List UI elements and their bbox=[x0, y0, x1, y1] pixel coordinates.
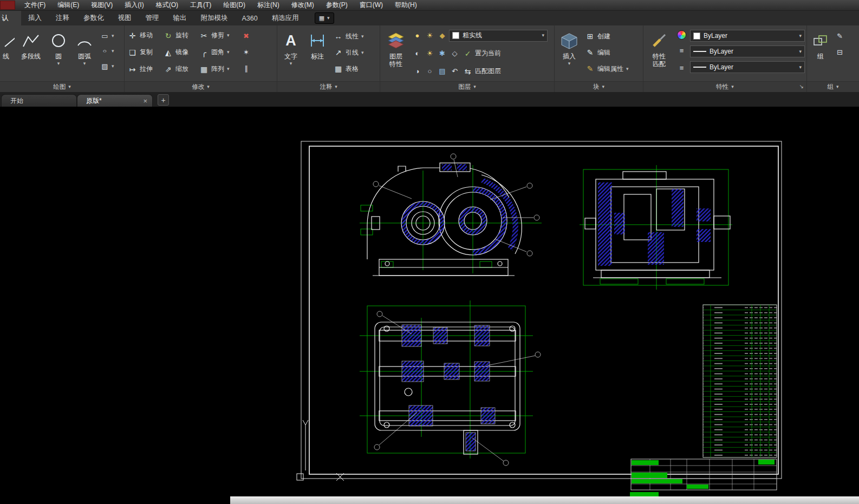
layer-lock-button[interactable]: ◆ bbox=[437, 29, 448, 42]
close-tab-icon[interactable]: × bbox=[143, 97, 147, 105]
ribbon-display-toggle-button[interactable]: ▦▾ bbox=[315, 12, 334, 24]
linetype-dropdown[interactable]: ByLayer ▾ bbox=[690, 61, 805, 73]
app-logo-icon[interactable] bbox=[0, 1, 15, 10]
move-tool-button[interactable]: ✛移动 bbox=[126, 28, 160, 44]
offset-tool-button[interactable]: ∥ bbox=[240, 62, 252, 75]
edit-block-button[interactable]: ✎编辑 bbox=[584, 44, 630, 61]
ribbon-tab-parametric[interactable]: 参数化 bbox=[76, 11, 111, 25]
ribbon-tab-manage[interactable]: 管理 bbox=[139, 11, 166, 25]
trim-tool-button[interactable]: ✂修剪▾ bbox=[198, 28, 239, 44]
ribbon-tab-view[interactable]: 视图 bbox=[111, 11, 139, 25]
command-window-edge[interactable] bbox=[230, 496, 859, 504]
menu-modify[interactable]: 修改(M) bbox=[285, 0, 320, 10]
rotate-tool-button[interactable]: ↻旋转 bbox=[162, 28, 196, 44]
arc-tool-button[interactable]: 圆弧 ▾ bbox=[71, 27, 97, 80]
linetype-list-icon[interactable]: ≡ bbox=[676, 44, 687, 57]
tab-document[interactable]: 原版* × bbox=[77, 94, 153, 107]
panel-footer-block[interactable]: 块▾ bbox=[555, 81, 643, 92]
menu-draw[interactable]: 绘图(D) bbox=[217, 0, 251, 10]
ribbon-tab-annotate[interactable]: 注释 bbox=[49, 11, 76, 25]
edit-attributes-button[interactable]: ✎编辑属性▾ bbox=[584, 61, 630, 77]
explode-tool-button[interactable]: ✶ bbox=[240, 45, 252, 58]
object-color-dropdown[interactable]: ByLayer ▾ bbox=[690, 30, 805, 42]
ellipse-tool-button[interactable]: ○▾ bbox=[99, 44, 114, 57]
move-icon: ✛ bbox=[128, 32, 137, 40]
layer-unisolate-button[interactable]: ◑ bbox=[412, 65, 423, 78]
layer-off-button[interactable]: ● bbox=[412, 29, 423, 42]
array-tool-button[interactable]: ▦阵列▾ bbox=[198, 61, 239, 77]
layer-on-button[interactable]: ☀ bbox=[424, 47, 435, 60]
create-block-button[interactable]: ⊞创建 bbox=[584, 28, 630, 44]
panel-footer-properties[interactable]: 特性▾ ↘ bbox=[643, 81, 806, 92]
menu-window[interactable]: 窗口(W) bbox=[354, 0, 389, 10]
menu-tools[interactable]: 工具(T) bbox=[184, 0, 217, 10]
ribbon-tab-insert[interactable]: 插入 bbox=[21, 11, 49, 25]
match-properties-button[interactable]: 特性匹配 bbox=[645, 27, 673, 80]
line-tool-button[interactable]: 线 bbox=[2, 27, 15, 80]
drawing-canvas[interactable] bbox=[0, 107, 859, 504]
ribbon-tab-featured-apps[interactable]: 精选应用 bbox=[265, 11, 306, 25]
panel-footer-layers[interactable]: 图层▾ bbox=[380, 81, 554, 92]
layer-thaw-button[interactable]: ○ bbox=[424, 65, 435, 78]
table-button[interactable]: ▦表格 bbox=[332, 61, 366, 77]
layer-unlock-button[interactable]: ◇ bbox=[449, 47, 460, 60]
fillet-tool-button[interactable]: ╭圆角▾ bbox=[198, 44, 239, 61]
dimension-tool-button[interactable]: 标注 bbox=[304, 27, 330, 80]
layer-prev-button[interactable]: ↶ bbox=[449, 65, 460, 78]
polyline-tool-button[interactable]: 多段线 bbox=[16, 27, 45, 80]
match-layer-button[interactable]: ⇆ 匹配图层 bbox=[461, 63, 503, 80]
new-tab-button[interactable]: + bbox=[158, 94, 169, 106]
panel-block: 插入 ▾ ⊞创建 ✎编辑 ✎编辑属性▾ 块▾ bbox=[555, 25, 643, 92]
linear-dimension-button[interactable]: ↔线性▾ bbox=[332, 28, 366, 44]
panel-footer-annotate[interactable]: 注释▾ bbox=[277, 81, 380, 92]
menu-insert[interactable]: 插入(I) bbox=[119, 0, 149, 10]
menu-format[interactable]: 格式(O) bbox=[150, 0, 184, 10]
group-button[interactable]: 组 bbox=[809, 27, 832, 80]
circle-tool-button[interactable]: 圆 ▾ bbox=[47, 27, 70, 80]
layer-walk-button[interactable]: ▤ bbox=[437, 65, 448, 78]
copy-tool-button[interactable]: ❏复制 bbox=[126, 44, 160, 61]
ribbon-tab-addins[interactable]: 附加模块 bbox=[194, 11, 235, 25]
lineweight-swatch bbox=[693, 51, 706, 52]
panel-footer-modify[interactable]: 修改▾ bbox=[125, 81, 277, 92]
layer-isolate-button[interactable]: ◐ bbox=[412, 47, 423, 60]
menu-file[interactable]: 文件(F) bbox=[18, 0, 51, 10]
lineweight-dropdown[interactable]: ByLayer ▾ bbox=[690, 45, 805, 57]
set-current-layer-button[interactable]: ✓ 置为当前 bbox=[461, 45, 503, 62]
group-edit-button[interactable]: ✎ bbox=[834, 29, 845, 42]
menu-edit[interactable]: 编辑(E) bbox=[51, 0, 85, 10]
ribbon-tab-a360[interactable]: A360 bbox=[235, 11, 265, 25]
menu-dimension[interactable]: 标注(N) bbox=[251, 0, 285, 10]
text-tool-button[interactable]: A 文字 ▾ bbox=[279, 27, 303, 80]
layer-select-dropdown[interactable]: 粗实线 ▾ bbox=[449, 30, 548, 42]
ribbon-tab-default[interactable]: 认 bbox=[0, 11, 21, 25]
layer-freeze-button[interactable]: ☀ bbox=[424, 29, 435, 42]
menu-help[interactable]: 帮助(H) bbox=[389, 0, 423, 10]
scale-tool-button[interactable]: ⇗缩放 bbox=[162, 61, 196, 77]
layer-freeze-all-button[interactable]: ✱ bbox=[437, 47, 448, 60]
layer-properties-button[interactable]: 图层特性 bbox=[382, 27, 410, 80]
line-icon bbox=[3, 30, 15, 51]
color-wheel-icon[interactable] bbox=[677, 30, 686, 40]
lineweight-list-icon[interactable]: ≡ bbox=[676, 61, 687, 74]
rectangle-tool-button[interactable]: ▭▾ bbox=[99, 29, 114, 42]
dialog-launcher-icon[interactable]: ↘ bbox=[799, 83, 804, 89]
hatch-tool-button[interactable]: ▨▾ bbox=[99, 60, 114, 73]
ungroup-button[interactable]: ⊟ bbox=[834, 45, 845, 58]
insert-block-button[interactable]: 插入 ▾ bbox=[556, 27, 582, 80]
leader-icon: ↗ bbox=[334, 49, 343, 56]
create-block-icon: ⊞ bbox=[585, 32, 595, 40]
ribbon-tab-output[interactable]: 输出 bbox=[166, 11, 194, 25]
menu-parametric[interactable]: 参数(P) bbox=[320, 0, 354, 10]
mirror-tool-button[interactable]: ◭镜像 bbox=[162, 44, 196, 61]
panel-footer-group[interactable]: 组▾ bbox=[807, 81, 859, 92]
leader-button[interactable]: ↗引线▾ bbox=[332, 44, 366, 61]
chevron-down-icon: ▾ bbox=[227, 67, 230, 71]
stretch-tool-button[interactable]: ↦拉伸 bbox=[126, 61, 160, 77]
erase-tool-button[interactable]: ✖ bbox=[240, 29, 252, 42]
match-layer-icon: ⇆ bbox=[463, 68, 472, 75]
fillet-icon: ╭ bbox=[199, 49, 209, 56]
panel-footer-draw[interactable]: 绘图▾ bbox=[0, 81, 124, 92]
tab-start[interactable]: 开始 bbox=[1, 94, 77, 107]
menu-view[interactable]: 视图(V) bbox=[85, 0, 119, 10]
